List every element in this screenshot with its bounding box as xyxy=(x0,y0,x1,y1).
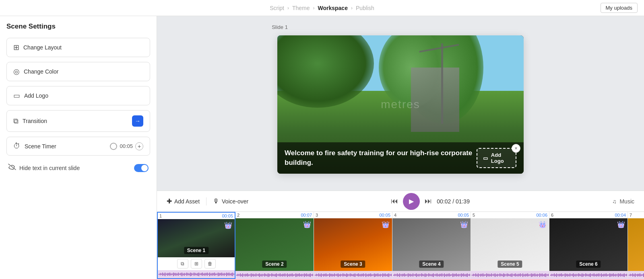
grid-button[interactable]: ⊞ xyxy=(191,259,202,269)
timer-circle-icon xyxy=(110,143,117,150)
time-separator: / xyxy=(452,198,456,205)
waveform-4 xyxy=(392,271,471,279)
scene-thumb-5[interactable]: 👑Scene 5 xyxy=(471,218,549,271)
scene-item-4[interactable]: 400:05👑Scene 4 xyxy=(392,212,471,279)
current-time: 00:02 xyxy=(437,198,451,205)
crown-badge-2: 👑 xyxy=(303,221,311,228)
scene-num-4: 4 xyxy=(394,213,396,217)
play-button[interactable]: ▶ xyxy=(403,193,420,210)
scene-item-3[interactable]: 300:05👑Scene 3 xyxy=(314,212,392,279)
scene-time-6: 00:04 xyxy=(615,213,626,217)
my-uploads-button[interactable]: My uploads xyxy=(601,3,638,13)
scene-num-3: 3 xyxy=(316,213,318,217)
scene-thumb-4[interactable]: 👑Scene 4 xyxy=(392,218,471,271)
nav-step-theme[interactable]: Theme xyxy=(292,5,310,11)
playback-right: ♫ Music xyxy=(612,198,634,205)
scene-thumb-1[interactable]: 👑Scene 1 xyxy=(158,219,235,257)
crown-badge-3: 👑 xyxy=(382,221,390,228)
nav-chevron-1: › xyxy=(287,5,289,11)
voice-over-label: Voice-over xyxy=(222,198,248,205)
total-time: 01:39 xyxy=(456,198,470,205)
waveform-5 xyxy=(471,271,549,279)
voice-over-button[interactable]: 🎙 Voice-over xyxy=(213,198,248,205)
music-icon: ♫ xyxy=(612,198,617,205)
change-layout-label: Change Layout xyxy=(23,44,62,51)
skip-forward-button[interactable]: ⏭ xyxy=(425,197,432,205)
scene-actions-1: ⧉⊞🗑 xyxy=(158,257,235,270)
crown-badge-1: 👑 xyxy=(224,222,232,229)
transition-row: ⧉ Transition → xyxy=(13,115,143,127)
scene-item-1[interactable]: 100:05👑Scene 1⧉⊞🗑 xyxy=(157,212,235,279)
add-logo-label: Add Logo xyxy=(24,92,48,99)
timer-plus-button[interactable]: + xyxy=(135,142,143,150)
crane-pole xyxy=(441,43,443,124)
nav-chevron-2: › xyxy=(313,5,315,11)
change-color-button[interactable]: ◎ Change Color xyxy=(6,62,150,81)
hide-text-row: Hide text in current slide xyxy=(6,160,150,175)
nav-step-script[interactable]: Script xyxy=(270,5,284,11)
divider xyxy=(206,197,206,205)
scene-timer-button[interactable]: ⏱ Scene Timer 00:05 + xyxy=(6,137,150,156)
toggle-thumb xyxy=(141,165,148,171)
scene-header-5: 500:06 xyxy=(471,212,549,218)
eye-off-icon xyxy=(8,164,16,172)
playback-left: ✚ Add Asset 🎙 Voice-over xyxy=(167,197,248,205)
nav-step-workspace[interactable]: Workspace xyxy=(318,5,348,11)
scene-timer-row: ⏱ Scene Timer 00:05 + xyxy=(13,142,143,150)
sidebar-title: Scene Settings xyxy=(6,23,150,31)
scene-time-4: 00:05 xyxy=(458,213,469,217)
scene-item-2[interactable]: 200:07👑Scene 2 xyxy=(235,212,314,279)
slide-label: Slide 1 xyxy=(272,24,288,30)
nav-step-publish[interactable]: Publish xyxy=(356,5,374,11)
sidebar: Scene Settings ⊞ Change Layout ◎ Change … xyxy=(0,16,157,279)
add-asset-label: Add Asset xyxy=(174,198,200,205)
hide-text-toggle[interactable] xyxy=(134,164,149,172)
scene-header-4: 400:05 xyxy=(392,212,471,218)
add-logo-button[interactable]: ▭ Add Logo xyxy=(6,86,150,105)
scene-timer-label: Scene Timer xyxy=(25,143,56,150)
scene-thumb-6[interactable]: 👑Scene 6 xyxy=(549,218,627,271)
main-layout: Scene Settings ⊞ Change Layout ◎ Change … xyxy=(0,16,644,279)
scene-num-7: 7 xyxy=(630,213,632,217)
scene-time-5: 00:06 xyxy=(536,213,547,217)
add-asset-button[interactable]: ✚ Add Asset xyxy=(167,197,200,205)
caption-text: Welcome to fire safety training for our … xyxy=(285,148,477,168)
play-icon: ▶ xyxy=(409,197,414,205)
crown-badge-5: 👑 xyxy=(539,221,547,228)
skip-back-button[interactable]: ⏮ xyxy=(391,197,398,205)
scene-time-2: 00:07 xyxy=(301,213,312,217)
scene-label-2: Scene 2 xyxy=(262,261,287,268)
add-logo-overlay-button[interactable]: ▭ Add Logo xyxy=(477,148,516,168)
scene-item-5[interactable]: 500:06👑Scene 5 xyxy=(471,212,549,279)
waveform-3 xyxy=(314,271,392,279)
scene-num-6: 6 xyxy=(551,213,553,217)
add-asset-icon: ✚ xyxy=(167,197,172,205)
copy-button[interactable]: ⧉ xyxy=(177,259,188,269)
close-logo-button[interactable]: × xyxy=(512,144,520,153)
crown-badge-4: 👑 xyxy=(460,221,468,228)
slide-preview: metres Welcome to fire safety training f… xyxy=(277,35,524,174)
caption-bar: Welcome to fire safety training for our … xyxy=(277,142,524,174)
scene-item-6[interactable]: 600:04👑Scene 6 xyxy=(549,212,628,279)
transition-button[interactable]: ⧉ Transition → xyxy=(6,110,150,132)
scene-thumb-3[interactable]: 👑Scene 3 xyxy=(314,218,392,271)
scene-thumb-7[interactable]: 👑 xyxy=(628,218,644,271)
hide-text-label: Hide text in current slide xyxy=(19,165,80,171)
change-layout-button[interactable]: ⊞ Change Layout xyxy=(6,38,150,57)
transition-icon: ⧉ xyxy=(13,117,19,125)
nav-chevron-3: › xyxy=(351,5,353,11)
scene-label-6: Scene 6 xyxy=(576,261,601,268)
layout-icon: ⊞ xyxy=(13,43,19,52)
watermark: metres xyxy=(381,98,420,111)
scene-item-7[interactable]: 7👑 xyxy=(628,212,644,279)
waveform-7 xyxy=(628,271,644,279)
crown-badge-6: 👑 xyxy=(617,221,625,228)
delete-button[interactable]: 🗑 xyxy=(204,259,216,269)
scene-thumb-2[interactable]: 👑Scene 2 xyxy=(235,218,314,271)
scene-label-1: Scene 1 xyxy=(184,247,208,254)
scene-header-2: 200:07 xyxy=(235,212,314,218)
timer-value: 00:05 xyxy=(120,143,133,149)
transition-label: Transition xyxy=(23,118,47,124)
slide-container: metres Welcome to fire safety training f… xyxy=(277,35,524,174)
clock-icon: ⏱ xyxy=(13,142,21,150)
